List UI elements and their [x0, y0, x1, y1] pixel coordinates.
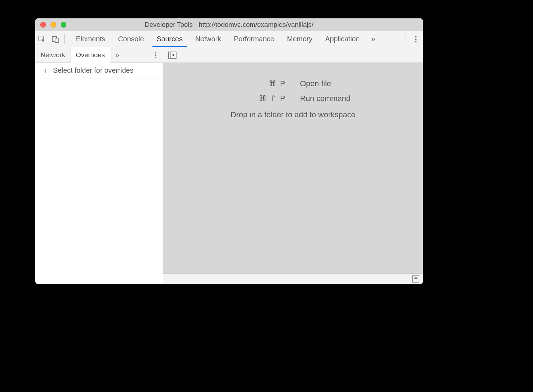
inspect-element-icon[interactable] [35, 31, 49, 47]
tab-label: Network [195, 35, 221, 43]
close-window-button[interactable] [40, 22, 46, 28]
editor-toolbar [163, 47, 423, 63]
shortcut-keys: ⌘ P [163, 79, 286, 88]
panel-body: Network Overrides » ＋ Select folder for … [35, 47, 423, 284]
tab-label: Application [325, 35, 360, 43]
console-drawer-bar [163, 273, 423, 284]
window-controls [35, 22, 66, 28]
svg-point-6 [155, 52, 156, 53]
svg-point-3 [415, 36, 417, 37]
editor-empty-state: ⌘ P Open file ⌘ ⇧ P Run command Drop in … [163, 63, 423, 273]
separator [64, 34, 65, 44]
separator [406, 34, 406, 44]
minimize-window-button[interactable] [50, 22, 56, 28]
shortcut-run-command: ⌘ ⇧ P Run command [163, 94, 423, 103]
tab-network[interactable]: Network [189, 31, 227, 47]
shortcut-keys: ⌘ ⇧ P [163, 94, 286, 103]
select-folder-label: Select folder for overrides [53, 66, 133, 75]
sources-sidebar: Network Overrides » ＋ Select folder for … [35, 47, 163, 284]
sidebar-tab-overrides[interactable]: Overrides [71, 47, 110, 63]
tabs-overflow-icon[interactable]: » [366, 31, 380, 47]
devtools-menu-icon[interactable] [409, 31, 423, 47]
svg-rect-2 [55, 38, 58, 42]
show-drawer-icon[interactable] [412, 275, 419, 283]
shortcut-label: Run command [300, 94, 423, 103]
svg-point-8 [155, 57, 156, 58]
tab-performance[interactable]: Performance [228, 31, 281, 47]
sidebar-tab-label: Network [41, 51, 65, 59]
sidebar-tab-label: Overrides [76, 51, 105, 59]
editor-area: ⌘ P Open file ⌘ ⇧ P Run command Drop in … [163, 47, 423, 284]
sidebar-menu-icon[interactable] [149, 47, 163, 63]
shortcut-open-file: ⌘ P Open file [163, 79, 423, 88]
tab-application[interactable]: Application [319, 31, 366, 47]
tab-label: Sources [157, 35, 182, 43]
tab-label: Memory [287, 35, 312, 43]
sidebar-tabs-overflow-icon[interactable]: » [110, 47, 124, 63]
sidebar-tab-network[interactable]: Network [35, 47, 71, 63]
svg-point-4 [415, 38, 417, 40]
tab-label: Console [118, 35, 144, 43]
tab-label: Elements [76, 35, 105, 43]
sidebar-tabstrip: Network Overrides » [35, 47, 163, 63]
select-folder-for-overrides-button[interactable]: ＋ Select folder for overrides [35, 63, 163, 78]
overrides-empty-area [35, 78, 163, 284]
plus-icon: ＋ [41, 66, 49, 75]
device-toolbar-icon[interactable] [49, 31, 62, 47]
zoom-window-button[interactable] [61, 22, 66, 28]
shortcut-label: Open file [300, 79, 423, 88]
drop-folder-message: Drop in a folder to add to workspace [230, 110, 355, 119]
main-tabs: Elements Console Sources Network Perform… [70, 31, 366, 47]
tab-elements[interactable]: Elements [70, 31, 112, 47]
window-title: Developer Tools - http://todomvc.com/exa… [35, 21, 423, 29]
tab-label: Performance [234, 35, 275, 43]
collapse-navigator-icon[interactable] [167, 51, 177, 59]
devtools-window: Developer Tools - http://todomvc.com/exa… [35, 18, 423, 284]
titlebar: Developer Tools - http://todomvc.com/exa… [35, 18, 423, 31]
tab-sources[interactable]: Sources [150, 31, 189, 47]
svg-point-7 [155, 54, 156, 56]
main-tabstrip: Elements Console Sources Network Perform… [35, 31, 423, 47]
tab-console[interactable]: Console [112, 31, 150, 47]
tab-memory[interactable]: Memory [281, 31, 319, 47]
svg-point-5 [415, 41, 417, 42]
